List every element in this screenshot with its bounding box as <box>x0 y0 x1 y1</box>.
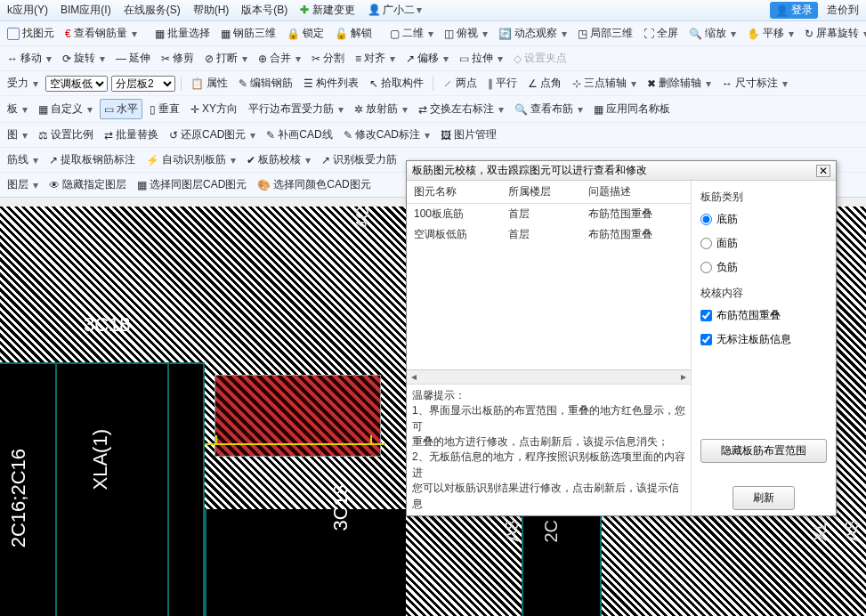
view-layout-button[interactable]: 🔍查看布筋 <box>511 100 587 118</box>
login-button[interactable]: 登录 <box>770 2 818 19</box>
table-row[interactable]: 100板底筋首层布筋范围重叠 <box>407 204 691 225</box>
parallel-button[interactable]: ∥ 平行 <box>484 74 521 93</box>
xy-button[interactable]: ✛ XY方向 <box>187 100 241 118</box>
parallel-place-button[interactable]: 平行边布置受力筋 <box>245 100 347 118</box>
extend-button[interactable]: — 延伸 <box>112 49 154 68</box>
col-issue[interactable]: 问题描述 <box>581 181 691 204</box>
screen-rotate-button[interactable]: ↻ 屏幕旋转 <box>801 24 866 43</box>
user-dropdown[interactable]: 广小二 <box>364 1 425 20</box>
beam-right-vert <box>522 509 602 616</box>
batch-replace-button[interactable]: ⇄ 批量替换 <box>101 126 162 144</box>
pan-button[interactable]: ✋平移 <box>743 24 797 43</box>
rebar-check-button[interactable]: ✔ 板筋校核 <box>243 150 314 169</box>
menu-online[interactable]: 在线服务(S) <box>120 1 184 20</box>
label-2c: 2C <box>541 520 562 543</box>
vert-button[interactable]: ▯ 垂直 <box>146 100 183 118</box>
extract-rebar-button[interactable]: ↗ 提取板钢筋标注 <box>45 150 139 169</box>
menu-version[interactable]: 版本号(B) <box>238 1 291 20</box>
dynorbit-button[interactable]: 🔄 动态观察 <box>495 24 571 43</box>
trim-button[interactable]: ✂ 修剪 <box>158 49 198 68</box>
hide-layer-button[interactable]: 👁 隐藏指定图层 <box>45 175 130 194</box>
check-nomark[interactable]: 无标注板筋信息 <box>700 330 827 349</box>
three-axis-button[interactable]: ⊹ 三点辅轴 <box>569 74 640 93</box>
topview-button[interactable]: ◫ 俯视 <box>441 24 491 43</box>
menu-bim[interactable]: BIM应用(I) <box>57 1 115 20</box>
beam-xla <box>55 362 169 616</box>
point-angle-button[interactable]: ∠ 点角 <box>524 74 565 93</box>
radio-bottom[interactable]: 底筋 <box>700 210 827 229</box>
label-a8-2: A8 <box>842 520 862 541</box>
menu-help[interactable]: 帮助(H) <box>190 1 233 20</box>
col-floor[interactable]: 所属楼层 <box>501 181 581 204</box>
h-scrollbar[interactable] <box>407 369 691 384</box>
merge-button[interactable]: ⊕ 合并 <box>255 49 304 68</box>
fix-cad-button[interactable]: ✎ 修改CAD标注 <box>340 126 433 144</box>
price-link[interactable]: 造价到 <box>823 1 862 20</box>
find-element-button[interactable]: 找图元 <box>4 24 58 43</box>
shouli-button[interactable]: 受力 <box>4 74 42 93</box>
fill-cad-button[interactable]: ✎ 补画CAD线 <box>263 126 336 144</box>
label-4c: 4C <box>352 207 373 230</box>
rebar-3d[interactable]: ▦ 钢筋三维 <box>217 24 279 43</box>
rotate-button[interactable]: ⟳ 旋转 <box>59 49 109 68</box>
split-button[interactable]: ✂ 分割 <box>308 49 348 68</box>
scale-button[interactable]: ⚖ 设置比例 <box>35 126 97 144</box>
tu-button[interactable]: 图 <box>4 126 31 144</box>
issue-table[interactable]: 图元名称 所属楼层 问题描述 100板底筋首层布筋范围重叠 空调板低筋首层布筋范… <box>407 181 691 245</box>
table-row[interactable]: 空调板低筋首层布筋范围重叠 <box>407 224 691 245</box>
custom-button[interactable]: ▦ 自定义 <box>35 100 96 118</box>
close-icon[interactable]: ✕ <box>816 165 830 177</box>
dialog-titlebar[interactable]: 板筋图元校核，双击跟踪图元可以进行查看和修改 ✕ <box>407 161 836 181</box>
sel-layer-button[interactable]: ▦ 选择同图层CAD图元 <box>134 175 250 194</box>
lock-button[interactable]: 🔒锁定 <box>283 24 328 43</box>
horiz-button[interactable]: ▭ 水平 <box>100 99 142 119</box>
pick-button[interactable]: ↖ 拾取构件 <box>366 74 427 93</box>
two-point-button[interactable]: ⟋ 两点 <box>439 74 481 93</box>
restore-cad-button[interactable]: ↺ 还原CAD图元 <box>166 126 259 144</box>
zoom-button[interactable]: 🔍缩放 <box>685 24 740 43</box>
id-shouli-button[interactable]: ↗ 识别板受力筋 <box>318 150 401 169</box>
sel-board2[interactable]: 分层板2 <box>111 76 175 92</box>
beam-bottom <box>205 509 406 616</box>
batch-select[interactable]: ▦ 批量选择 <box>151 24 214 43</box>
hide-range-button[interactable]: 隐藏板筋布置范围 <box>700 439 827 463</box>
align-button[interactable]: ≡ 对齐 <box>352 49 399 68</box>
attr-button[interactable]: 📋属性 <box>187 74 231 93</box>
break-button[interactable]: ⊘ 打断 <box>201 49 251 68</box>
set-point-button[interactable]: ◇ 设置夹点 <box>510 49 571 68</box>
swap-label-button[interactable]: ⇄ 交换左右标注 <box>415 100 507 118</box>
category-label: 板筋类别 <box>700 190 827 205</box>
sel-board1[interactable]: 空调板低 <box>45 76 108 92</box>
radio-face[interactable]: 面筋 <box>700 234 827 253</box>
menu-app[interactable]: k应用(Y) <box>4 1 52 20</box>
board-button[interactable]: 板 <box>4 100 31 118</box>
new-change-button[interactable]: ✚ 新建变更 <box>296 1 358 20</box>
dimension-button[interactable]: ↔ 尺寸标注 <box>718 74 791 93</box>
rebarline-button[interactable]: 筋线 <box>4 150 42 169</box>
component-list-button[interactable]: ☰ 构件列表 <box>300 74 362 93</box>
apply-same-button[interactable]: ▦ 应用同名称板 <box>590 100 674 118</box>
stretch-button[interactable]: ▭ 拉伸 <box>456 49 506 68</box>
check-overlap[interactable]: 布筋范围重叠 <box>700 306 827 325</box>
del-axis-button[interactable]: ✖ 删除辅轴 <box>643 74 715 93</box>
radial-button[interactable]: ✲ 放射筋 <box>351 100 411 118</box>
rebar-check-dialog: 板筋图元校核，双击跟踪图元可以进行查看和修改 ✕ 图元名称 所属楼层 问题描述 … <box>406 160 837 516</box>
col-name[interactable]: 图元名称 <box>407 181 501 204</box>
local3d-button[interactable]: ◳ 局部三维 <box>574 24 636 43</box>
unlock-button[interactable]: 🔓解锁 <box>331 24 376 43</box>
move-button[interactable]: ↔ 移动 <box>4 49 55 68</box>
search-icon <box>7 28 20 40</box>
twod-button[interactable]: ▢ 二维 <box>386 24 437 43</box>
auto-id-button[interactable]: ⚡自动识别板筋 <box>142 150 239 169</box>
view-rebar-qty[interactable]: € 查看钢筋量 <box>61 24 141 43</box>
fullscreen-button[interactable]: ⛶ 全屏 <box>640 24 682 43</box>
check-label: 校核内容 <box>700 286 827 301</box>
edit-rebar-button[interactable]: ✎ 编辑钢筋 <box>235 74 296 93</box>
layer-button[interactable]: 图层 <box>4 175 42 194</box>
pic-mgr-button[interactable]: 🖼 图片管理 <box>437 126 500 144</box>
radio-neg[interactable]: 负筋 <box>700 258 827 277</box>
offset-button[interactable]: ↗ 偏移 <box>402 49 452 68</box>
sel-color-button[interactable]: 🎨选择同颜色CAD图元 <box>254 175 374 194</box>
refresh-button[interactable]: 刷新 <box>732 486 795 510</box>
dialog-title: 板筋图元校核，双击跟踪图元可以进行查看和修改 <box>412 163 647 178</box>
